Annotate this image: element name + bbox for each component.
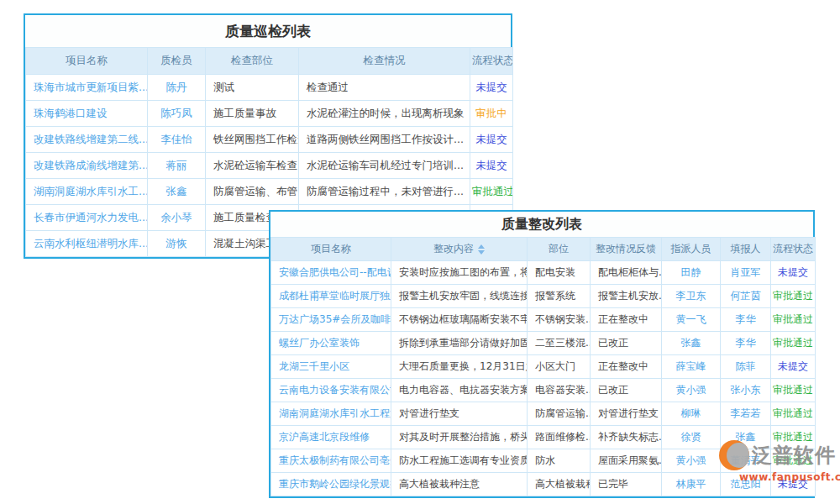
sort-icon[interactable]	[478, 244, 485, 255]
assignee-cell[interactable]: 田静	[662, 261, 721, 285]
flow-status-cell: 未提交	[470, 127, 513, 153]
inspector-header-label: 质检员	[160, 54, 192, 66]
project-name-cell[interactable]: 螺丝厂办公室装饰	[271, 332, 391, 355]
inspect-part-cell: 水泥砼运输车检查	[206, 153, 299, 179]
project-name-cell[interactable]: 云南水利枢纽潜明水库...	[26, 231, 148, 257]
flow-status-cell: 审批通过	[771, 285, 816, 308]
feedback-cell: 正在整改中	[591, 355, 662, 379]
rectify-content-cell: 报警主机安放牢固，线缆连接...	[391, 285, 528, 308]
reporter-cell[interactable]: 何芷茵	[721, 285, 771, 308]
assignee-cell[interactable]: 柳琳	[662, 402, 721, 426]
inspector-cell[interactable]: 蒋丽	[148, 153, 206, 179]
flow-status-cell: 审批通过	[771, 308, 816, 332]
flow-status-cell: 未提交	[470, 75, 513, 101]
project-name-cell[interactable]: 成都杜甫草堂临时展厅独立展...	[271, 285, 391, 308]
inspect-part-cell: 防腐管运输、布管	[206, 179, 299, 205]
project-name-cell[interactable]: 湖南洞庭湖水库引水工...	[26, 179, 148, 205]
part-cell: 配电安装	[528, 261, 591, 285]
part-header-label: 部位	[549, 243, 569, 255]
rectify-content-cell: 高大植被栽种注意	[391, 473, 528, 496]
part-cell: 二至三楼混...	[528, 332, 591, 355]
rectify-content-cell: 对其及时开展整治措施，桥头...	[391, 426, 528, 449]
assignee-cell[interactable]: 李卫东	[662, 285, 721, 308]
project-name-cell[interactable]: 万达广场35#会所及咖啡厅空...	[271, 308, 391, 332]
feedback-header: 整改情况反馈	[591, 238, 662, 261]
inspect-result-cell: 检查通过	[299, 75, 470, 101]
inspect-result-cell: 道路两侧铁丝网围挡工作按设计...	[299, 127, 470, 153]
project-name-cell[interactable]: 长春市伊通河水力发电...	[26, 205, 148, 231]
inspector-cell[interactable]: 陈巧凤	[148, 101, 206, 127]
feedback-cell: 已改正	[591, 332, 662, 355]
project-name-cell[interactable]: 湖南洞庭湖水库引水工程施工标	[271, 402, 391, 426]
assignee-cell[interactable]: 黄一飞	[662, 308, 721, 332]
table-row: 云南电力设备安装有限公司20...电力电容器、电抗器安装方案,...电容器安装.…	[271, 379, 816, 402]
inspector-cell[interactable]: 陈丹	[148, 75, 206, 101]
rectify-content-cell: 对管进行垫支	[391, 402, 528, 426]
project-name-cell[interactable]: 京沪高速北京段维修	[271, 426, 391, 449]
part-cell: 小区大门	[528, 355, 591, 379]
flow-status-cell: 未提交	[771, 261, 816, 285]
project-name-cell[interactable]: 云南电力设备安装有限公司20...	[271, 379, 391, 402]
project-name-cell[interactable]: 重庆太极制药有限公司亳州中...	[271, 449, 391, 473]
inspector-cell[interactable]: 游恢	[148, 231, 206, 257]
inspect-part-cell: 施工质量事故	[206, 101, 299, 127]
flow-status-cell: 未提交	[470, 153, 513, 179]
inspector-cell[interactable]: 张鑫	[148, 179, 206, 205]
inspector-cell[interactable]: 李佳怡	[148, 127, 206, 153]
flow-status-header-label: 流程状态	[472, 54, 513, 66]
reporter-cell[interactable]: 张小东	[721, 379, 771, 402]
flow-status-cell: 审批中	[470, 101, 513, 127]
table-row: 龙湖三千里小区大理石质量更换，12月31日之...小区大门正在整改中薛宝峰陈菲未…	[271, 355, 816, 379]
rectify-content-cell: 大理石质量更换，12月31日之...	[391, 355, 528, 379]
table-row: 珠海鹤港口建设陈巧凤施工质量事故水泥砼灌注的时候，出现离析现象审批中	[26, 101, 513, 127]
table-row: 改建铁路成渝线增建第...蒋丽水泥砼运输车检查水泥砼运输车司机经过专门培训...…	[26, 153, 513, 179]
rectify-content-cell: 电力电容器、电抗器安装方案,...	[391, 379, 528, 402]
flow-status-cell: 审批通过	[470, 179, 513, 205]
feedback-cell: 已完毕	[591, 473, 662, 496]
project-name-cell[interactable]: 龙湖三千里小区	[271, 355, 391, 379]
inspect-part-header-label: 检查部位	[231, 54, 273, 66]
table-row: 改建铁路线增建第二线...李佳怡铁丝网围挡工作检查道路两侧铁丝网围挡工作按设计.…	[26, 127, 513, 153]
reporter-cell[interactable]: 李若若	[721, 402, 771, 426]
assignee-header: 指派人员	[662, 238, 721, 261]
project-name-cell[interactable]: 重庆市鹅岭公园绿化景观提升...	[271, 473, 391, 496]
inspect-part-cell: 测试	[206, 75, 299, 101]
reporter-cell[interactable]: 李华	[721, 308, 771, 332]
inspector-header: 质检员	[148, 48, 206, 75]
feedback-cell: 配电柜柜体与...	[591, 261, 662, 285]
rectify-content-cell: 防水工程施工选调有专业资质...	[391, 449, 528, 473]
feedback-cell: 补齐缺失标志...	[591, 426, 662, 449]
project-name-header-label: 项目名称	[66, 54, 108, 66]
project-name-cell[interactable]: 改建铁路成渝线增建第...	[26, 153, 148, 179]
reporter-cell[interactable]: 陈菲	[721, 355, 771, 379]
part-cell: 防腐管运输...	[528, 402, 591, 426]
feedback-header-label: 整改情况反馈	[596, 243, 656, 255]
rectify-content-header[interactable]: 整改内容	[391, 238, 528, 261]
rectify-content-cell: 拆除到承重墙部分请做好加固...	[391, 332, 528, 355]
project-name-cell[interactable]: 改建铁路线增建第二线...	[26, 127, 148, 153]
reporter-header-label: 填报人	[731, 243, 761, 255]
part-cell: 高大植被栽种	[528, 473, 591, 496]
flow-status-header: 流程状态	[771, 238, 816, 261]
part-cell: 不锈钢安装...	[528, 308, 591, 332]
project-name-cell[interactable]: 安徽合肥供电公司--配电设备...	[271, 261, 391, 285]
flow-status-cell: 未提交	[771, 355, 816, 379]
reporter-cell[interactable]: 肖亚军	[721, 261, 771, 285]
assignee-cell[interactable]: 张鑫	[662, 332, 721, 355]
project-name-cell[interactable]: 珠海市城市更新项目紫...	[26, 75, 148, 101]
rectify-content-cell: 不锈钢边框玻璃隔断安装不牢...	[391, 308, 528, 332]
inspect-result-cell: 水泥砼灌注的时候，出现离析现象	[299, 101, 470, 127]
project-name-cell[interactable]: 珠海鹤港口建设	[26, 101, 148, 127]
reporter-cell[interactable]: 李华	[721, 332, 771, 355]
assignee-cell[interactable]: 薛宝峰	[662, 355, 721, 379]
assignee-cell[interactable]: 黄小强	[662, 379, 721, 402]
reporter-header: 填报人	[721, 238, 771, 261]
table-row: 珠海市城市更新项目紫...陈丹测试检查通过未提交	[26, 75, 513, 101]
part-cell: 防水	[528, 449, 591, 473]
assignee-cell[interactable]: 黄小强	[662, 449, 721, 473]
inspect-result-header-label: 检查情况	[364, 54, 406, 66]
part-cell: 路面维修检...	[528, 426, 591, 449]
assignee-cell[interactable]: 徐贤	[662, 426, 721, 449]
inspector-cell[interactable]: 余小琴	[148, 205, 206, 231]
assignee-cell[interactable]: 林康平	[662, 473, 721, 496]
